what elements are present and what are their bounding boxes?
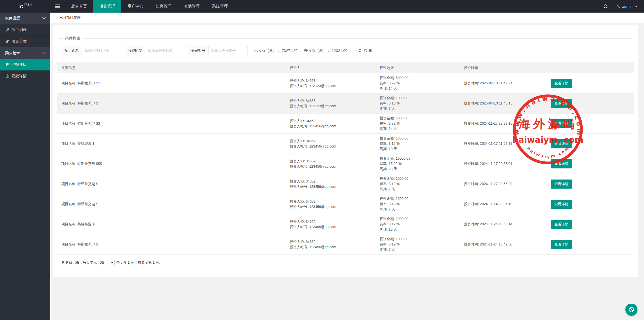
invest-amount: 投资金额: 1000.00 bbox=[380, 95, 460, 101]
investor-id: 投资人ID: 34652 bbox=[290, 199, 376, 204]
cell-actions: 查看详情 bbox=[547, 114, 634, 134]
investor-id: 投资人ID: 34652 bbox=[290, 138, 376, 144]
cell-invest-data: 投资金额: 1000.00 费率: 3.10 % 周期: 7 天 bbox=[376, 93, 460, 114]
menu-toggle-button[interactable] bbox=[50, 0, 65, 13]
invest-time-input[interactable] bbox=[145, 46, 184, 55]
cell-invest-info: 项目名称: 特斯拉充电 $ bbox=[57, 93, 286, 114]
invest-rate: 费率: 8.72 % bbox=[380, 121, 460, 126]
flag-icon bbox=[6, 63, 9, 66]
nav-item-info[interactable]: 信息管理 bbox=[149, 0, 178, 13]
table-row: 项目名称: 特斯拉充电 $ 投资人ID: 34652 投资人帐号: 123456… bbox=[57, 174, 634, 194]
nav-item-home[interactable]: 后台首页 bbox=[65, 0, 93, 13]
table-row: 项目名称: 特斯拉充电 $ 投资人ID: 34652 投资人帐号: 123456… bbox=[57, 234, 634, 255]
floating-action-button[interactable] bbox=[625, 304, 637, 316]
view-detail-button[interactable]: 查看详情 bbox=[551, 220, 572, 229]
cell-actions: 查看详情 bbox=[547, 134, 634, 154]
nav-item-projects[interactable]: 项目管理 bbox=[93, 0, 121, 13]
col-investor: 投资人 bbox=[286, 62, 376, 73]
cell-actions: 查看详情 bbox=[547, 93, 634, 114]
col-actions bbox=[547, 62, 634, 73]
invest-period: 周期: 14 天 bbox=[380, 126, 460, 131]
table-row: 项目名称: 美锦能源 $ 投资人ID: 34652 投资人帐号: 123456@… bbox=[57, 214, 634, 234]
cell-investor: 投资人ID: 34652 投资人帐号: 123456@qq.com bbox=[286, 114, 376, 134]
page-size-select[interactable]: 20 bbox=[99, 259, 114, 266]
col-invest-time: 投资时间 bbox=[460, 62, 547, 73]
invest-time: 投资时间: 2024-11-27 20:58:01 bbox=[464, 162, 512, 166]
breadcrumb-arrow-icon: » bbox=[55, 16, 57, 20]
search-button[interactable]: 搜 索 bbox=[354, 46, 376, 55]
cell-invest-time: 投资时间: 2025-04-13 11:46:15 bbox=[460, 93, 547, 114]
table-row: 项目名称: 特斯拉充电 $$ 投资人ID: 34653 投资人帐号: 12312… bbox=[57, 73, 634, 93]
invest-period: 周期: 7 天 bbox=[380, 247, 460, 252]
invest-rate: 费率: 8.72 % bbox=[380, 81, 460, 86]
sidebar-item-label: 已投项目 bbox=[12, 62, 27, 67]
cell-actions: 查看详情 bbox=[547, 174, 634, 194]
invest-rate: 费率: 15.92 % bbox=[380, 161, 460, 166]
cell-invest-data: 投资金额: 10000.00 费率: 15.92 % 周期: 28 天 bbox=[376, 154, 460, 174]
col-invest-info: 投资信息 bbox=[57, 62, 286, 73]
sidebar-item-project-list[interactable]: 项目列表 bbox=[0, 24, 50, 36]
view-detail-button[interactable]: 查看详情 bbox=[551, 200, 572, 209]
cell-investor: 投资人ID: 34652 投资人帐号: 123456@qq.com bbox=[286, 154, 376, 174]
app-logo[interactable]: lcTP5.3 bbox=[0, 0, 50, 13]
invest-amount: 投资金额: 1000.00 bbox=[380, 136, 460, 141]
received-total-value: 73271.20 bbox=[282, 48, 298, 53]
nav-item-users[interactable]: 用户中心 bbox=[121, 0, 149, 13]
project-name: 项目名称: 特斯拉充电 $ bbox=[61, 242, 98, 246]
invest-amount: 投资金额: 10000.00 bbox=[380, 156, 460, 161]
navbar-right: admin bbox=[598, 0, 644, 13]
table-row: 项目名称: 特斯拉充电 $$ 投资人ID: 34652 投资人帐号: 12345… bbox=[57, 114, 634, 134]
cell-invest-data: 投资金额: 5000.00 费率: 8.72 % 周期: 14 天 bbox=[376, 73, 460, 93]
table-row: 项目名称: 特斯拉充电 $$$ 投资人ID: 34652 投资人帐号: 1234… bbox=[57, 154, 634, 174]
invest-amount: 投资金额: 1000.00 bbox=[380, 196, 460, 201]
view-detail-button[interactable]: 查看详情 bbox=[551, 99, 572, 108]
cell-invest-data: 投资金额: 1000.00 费率: 3.12 % 周期: 7 天 bbox=[376, 234, 460, 255]
sidebar-item-invested-projects[interactable]: 已投项目 bbox=[0, 59, 50, 70]
invest-time: 投资时间: 2024-11-24 16:50:14 bbox=[464, 222, 512, 226]
admin-menu[interactable]: admin bbox=[613, 0, 644, 13]
cell-invest-data: 投资金额: 5000.00 费率: 8.72 % 周期: 14 天 bbox=[376, 114, 460, 134]
table-row: 项目名称: 美锦能源 $ 投资人ID: 34652 投资人帐号: 123456@… bbox=[57, 134, 634, 154]
invest-time-field-group: 投资时间 bbox=[125, 46, 184, 55]
cell-invest-data: 投资金额: 1000.00 费率: 3.12 % 周期: 7 天 bbox=[376, 174, 460, 194]
investor-id: 投资人ID: 34653 bbox=[290, 98, 376, 103]
cell-investor: 投资人ID: 34653 投资人帐号: 123123@qq.com bbox=[286, 93, 376, 114]
cell-invest-info: 项目名称: 特斯拉充电 $ bbox=[57, 194, 286, 214]
view-detail-button[interactable]: 查看详情 bbox=[551, 159, 572, 168]
invest-period: 周期: 28 天 bbox=[380, 166, 460, 172]
member-account-input[interactable] bbox=[209, 46, 247, 55]
invest-amount: 投资金额: 2000.00 bbox=[380, 216, 460, 222]
nav-item-rewards[interactable]: 奖励管理 bbox=[178, 0, 206, 13]
cell-investor: 投资人ID: 34652 投资人帐号: 123456@qq.com bbox=[286, 134, 376, 154]
view-detail-button[interactable]: 查看详情 bbox=[551, 79, 572, 88]
logo-text: lc bbox=[18, 3, 23, 10]
sidebar-item-repayment-details[interactable]: $ 还款详情 bbox=[0, 70, 50, 82]
received-total: 已收益（总）：73271.20 bbox=[254, 48, 298, 53]
link-icon bbox=[6, 40, 9, 43]
cell-investor: 投资人ID: 34652 投资人帐号: 123456@qq.com bbox=[286, 214, 376, 234]
cell-actions: 查看详情 bbox=[547, 194, 634, 214]
chevron-up-icon bbox=[634, 5, 637, 8]
project-name-input[interactable] bbox=[82, 46, 121, 55]
project-name-label: 项目名称 bbox=[62, 46, 82, 55]
sidebar-group-purchase-records[interactable]: 购买记录 bbox=[0, 47, 50, 59]
view-detail-button[interactable]: 查看详情 bbox=[551, 139, 572, 148]
table-row: 项目名称: 特斯拉充电 $ 投资人ID: 34652 投资人帐号: 123456… bbox=[57, 194, 634, 214]
sidebar-group-project-settings[interactable]: 项目设置 bbox=[0, 13, 50, 24]
cell-invest-data: 投资金额: 1000.00 费率: 3.12 % 周期: 7 天 bbox=[376, 194, 460, 214]
cell-invest-time: 投资时间: 2024-11-27 20:56:29 bbox=[460, 174, 547, 194]
view-detail-button[interactable]: 查看详情 bbox=[551, 180, 572, 189]
col-invest-data: 投资数据 bbox=[376, 62, 460, 73]
refresh-button[interactable] bbox=[598, 0, 613, 13]
nav-item-system[interactable]: 系统管理 bbox=[206, 0, 234, 13]
cell-investor: 投资人ID: 34652 投资人帐号: 123456@qq.com bbox=[286, 194, 376, 214]
invest-period: 周期: 7 天 bbox=[380, 207, 460, 212]
view-detail-button[interactable]: 查看详情 bbox=[551, 240, 572, 249]
cell-invest-time: 投资时间: 2024-11-24 16:42:50 bbox=[460, 234, 547, 255]
investor-account: 投资人帐号: 123456@qq.com bbox=[290, 224, 376, 230]
sidebar-item-project-category[interactable]: 项目分类 bbox=[0, 36, 50, 47]
invest-amount: 投资金额: 5000.00 bbox=[380, 116, 460, 121]
invest-time: 投资时间: 2025-04-13 11:46:15 bbox=[464, 101, 512, 105]
investor-account: 投资人帐号: 123123@qq.com bbox=[290, 103, 376, 109]
view-detail-button[interactable]: 查看详情 bbox=[551, 119, 572, 128]
